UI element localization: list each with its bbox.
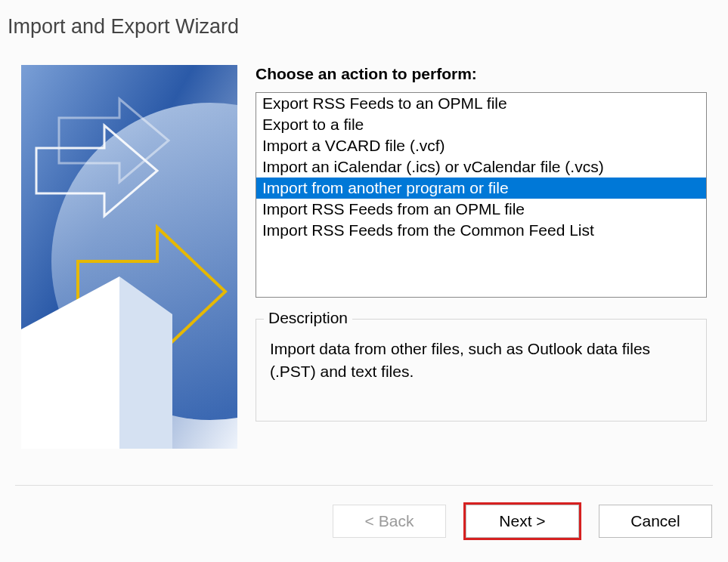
description-group: Description Import data from other files… — [256, 319, 707, 422]
action-option[interactable]: Import RSS Feeds from an OPML file — [256, 199, 706, 220]
action-prompt: Choose an action to perform: — [256, 65, 707, 83]
wizard-title: Import and Export Wizard — [0, 0, 728, 39]
action-option[interactable]: Import an iCalendar (.ics) or vCalendar … — [256, 156, 706, 178]
back-button: < Back — [333, 505, 446, 538]
wizard-buttons: < Back Next > Cancel — [0, 486, 728, 540]
wizard-content: Choose an action to perform: Export RSS … — [0, 39, 728, 449]
cancel-button[interactable]: Cancel — [599, 505, 712, 538]
next-button-highlight: Next > — [463, 502, 581, 540]
action-option[interactable]: Import RSS Feeds from the Common Feed Li… — [256, 220, 706, 241]
action-option[interactable]: Export to a file — [256, 114, 706, 135]
wizard-graphic — [21, 65, 237, 449]
action-listbox[interactable]: Export RSS Feeds to an OPML fileExport t… — [256, 92, 707, 298]
action-option[interactable]: Import a VCARD file (.vcf) — [256, 135, 706, 156]
next-button[interactable]: Next > — [466, 505, 579, 538]
description-label: Description — [264, 309, 352, 327]
description-text: Import data from other files, such as Ou… — [270, 338, 692, 383]
wizard-right-pane: Choose an action to perform: Export RSS … — [256, 65, 707, 449]
action-option[interactable]: Import from another program or file — [256, 178, 706, 199]
action-option[interactable]: Export RSS Feeds to an OPML file — [256, 93, 706, 114]
